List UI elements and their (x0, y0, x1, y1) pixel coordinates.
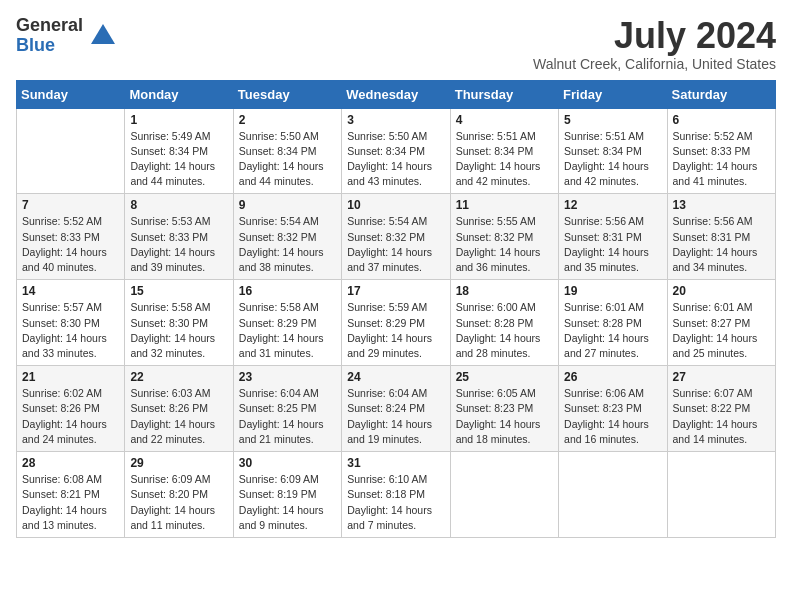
day-number: 31 (347, 456, 444, 470)
day-number: 24 (347, 370, 444, 384)
calendar-cell: 21Sunrise: 6:02 AMSunset: 8:26 PMDayligh… (17, 366, 125, 452)
logo-icon (87, 20, 119, 52)
cell-info: Sunrise: 6:09 AMSunset: 8:20 PMDaylight:… (130, 472, 227, 533)
calendar-cell: 1Sunrise: 5:49 AMSunset: 8:34 PMDaylight… (125, 108, 233, 194)
calendar-cell: 27Sunrise: 6:07 AMSunset: 8:22 PMDayligh… (667, 366, 775, 452)
calendar-cell: 9Sunrise: 5:54 AMSunset: 8:32 PMDaylight… (233, 194, 341, 280)
weekday-header-monday: Monday (125, 80, 233, 108)
calendar-cell: 14Sunrise: 5:57 AMSunset: 8:30 PMDayligh… (17, 280, 125, 366)
cell-info: Sunrise: 5:54 AMSunset: 8:32 PMDaylight:… (347, 214, 444, 275)
day-number: 3 (347, 113, 444, 127)
day-number: 28 (22, 456, 119, 470)
cell-info: Sunrise: 6:10 AMSunset: 8:18 PMDaylight:… (347, 472, 444, 533)
cell-info: Sunrise: 5:51 AMSunset: 8:34 PMDaylight:… (456, 129, 553, 190)
calendar-cell: 30Sunrise: 6:09 AMSunset: 8:19 PMDayligh… (233, 452, 341, 538)
weekday-header-friday: Friday (559, 80, 667, 108)
calendar-cell: 10Sunrise: 5:54 AMSunset: 8:32 PMDayligh… (342, 194, 450, 280)
day-number: 7 (22, 198, 119, 212)
calendar-cell: 18Sunrise: 6:00 AMSunset: 8:28 PMDayligh… (450, 280, 558, 366)
cell-info: Sunrise: 6:01 AMSunset: 8:27 PMDaylight:… (673, 300, 770, 361)
cell-info: Sunrise: 5:58 AMSunset: 8:30 PMDaylight:… (130, 300, 227, 361)
calendar-cell: 17Sunrise: 5:59 AMSunset: 8:29 PMDayligh… (342, 280, 450, 366)
day-number: 16 (239, 284, 336, 298)
calendar-cell: 5Sunrise: 5:51 AMSunset: 8:34 PMDaylight… (559, 108, 667, 194)
calendar-cell: 19Sunrise: 6:01 AMSunset: 8:28 PMDayligh… (559, 280, 667, 366)
day-number: 26 (564, 370, 661, 384)
day-number: 29 (130, 456, 227, 470)
calendar-cell: 8Sunrise: 5:53 AMSunset: 8:33 PMDaylight… (125, 194, 233, 280)
cell-info: Sunrise: 5:49 AMSunset: 8:34 PMDaylight:… (130, 129, 227, 190)
calendar-table: SundayMondayTuesdayWednesdayThursdayFrid… (16, 80, 776, 538)
calendar-cell (667, 452, 775, 538)
day-number: 21 (22, 370, 119, 384)
cell-info: Sunrise: 6:01 AMSunset: 8:28 PMDaylight:… (564, 300, 661, 361)
day-number: 14 (22, 284, 119, 298)
calendar-cell: 6Sunrise: 5:52 AMSunset: 8:33 PMDaylight… (667, 108, 775, 194)
calendar-cell: 3Sunrise: 5:50 AMSunset: 8:34 PMDaylight… (342, 108, 450, 194)
day-number: 4 (456, 113, 553, 127)
day-number: 9 (239, 198, 336, 212)
calendar-cell: 23Sunrise: 6:04 AMSunset: 8:25 PMDayligh… (233, 366, 341, 452)
cell-info: Sunrise: 5:52 AMSunset: 8:33 PMDaylight:… (673, 129, 770, 190)
day-number: 11 (456, 198, 553, 212)
day-number: 19 (564, 284, 661, 298)
weekday-header-tuesday: Tuesday (233, 80, 341, 108)
logo-blue-text: Blue (16, 36, 83, 56)
cell-info: Sunrise: 5:50 AMSunset: 8:34 PMDaylight:… (239, 129, 336, 190)
day-number: 20 (673, 284, 770, 298)
cell-info: Sunrise: 6:08 AMSunset: 8:21 PMDaylight:… (22, 472, 119, 533)
weekday-header-row: SundayMondayTuesdayWednesdayThursdayFrid… (17, 80, 776, 108)
calendar-cell: 24Sunrise: 6:04 AMSunset: 8:24 PMDayligh… (342, 366, 450, 452)
month-title: July 2024 (533, 16, 776, 56)
calendar-cell: 22Sunrise: 6:03 AMSunset: 8:26 PMDayligh… (125, 366, 233, 452)
day-number: 1 (130, 113, 227, 127)
day-number: 23 (239, 370, 336, 384)
day-number: 10 (347, 198, 444, 212)
cell-info: Sunrise: 6:04 AMSunset: 8:24 PMDaylight:… (347, 386, 444, 447)
day-number: 5 (564, 113, 661, 127)
weekday-header-wednesday: Wednesday (342, 80, 450, 108)
cell-info: Sunrise: 6:02 AMSunset: 8:26 PMDaylight:… (22, 386, 119, 447)
calendar-cell: 31Sunrise: 6:10 AMSunset: 8:18 PMDayligh… (342, 452, 450, 538)
calendar-cell: 11Sunrise: 5:55 AMSunset: 8:32 PMDayligh… (450, 194, 558, 280)
cell-info: Sunrise: 6:06 AMSunset: 8:23 PMDaylight:… (564, 386, 661, 447)
cell-info: Sunrise: 5:55 AMSunset: 8:32 PMDaylight:… (456, 214, 553, 275)
calendar-cell: 16Sunrise: 5:58 AMSunset: 8:29 PMDayligh… (233, 280, 341, 366)
cell-info: Sunrise: 5:58 AMSunset: 8:29 PMDaylight:… (239, 300, 336, 361)
day-number: 15 (130, 284, 227, 298)
cell-info: Sunrise: 6:05 AMSunset: 8:23 PMDaylight:… (456, 386, 553, 447)
logo-general-text: General (16, 16, 83, 36)
day-number: 27 (673, 370, 770, 384)
day-number: 22 (130, 370, 227, 384)
day-number: 8 (130, 198, 227, 212)
weekday-header-saturday: Saturday (667, 80, 775, 108)
calendar-cell: 26Sunrise: 6:06 AMSunset: 8:23 PMDayligh… (559, 366, 667, 452)
location-title: Walnut Creek, California, United States (533, 56, 776, 72)
cell-info: Sunrise: 6:00 AMSunset: 8:28 PMDaylight:… (456, 300, 553, 361)
calendar-cell: 15Sunrise: 5:58 AMSunset: 8:30 PMDayligh… (125, 280, 233, 366)
calendar-week-3: 14Sunrise: 5:57 AMSunset: 8:30 PMDayligh… (17, 280, 776, 366)
day-number: 12 (564, 198, 661, 212)
day-number: 30 (239, 456, 336, 470)
day-number: 2 (239, 113, 336, 127)
calendar-cell: 25Sunrise: 6:05 AMSunset: 8:23 PMDayligh… (450, 366, 558, 452)
calendar-cell: 28Sunrise: 6:08 AMSunset: 8:21 PMDayligh… (17, 452, 125, 538)
cell-info: Sunrise: 5:56 AMSunset: 8:31 PMDaylight:… (564, 214, 661, 275)
page-header: General Blue July 2024 Walnut Creek, Cal… (16, 16, 776, 72)
cell-info: Sunrise: 6:09 AMSunset: 8:19 PMDaylight:… (239, 472, 336, 533)
calendar-week-4: 21Sunrise: 6:02 AMSunset: 8:26 PMDayligh… (17, 366, 776, 452)
weekday-header-thursday: Thursday (450, 80, 558, 108)
logo: General Blue (16, 16, 119, 56)
svg-marker-0 (91, 24, 115, 44)
calendar-week-5: 28Sunrise: 6:08 AMSunset: 8:21 PMDayligh… (17, 452, 776, 538)
cell-info: Sunrise: 5:52 AMSunset: 8:33 PMDaylight:… (22, 214, 119, 275)
calendar-week-1: 1Sunrise: 5:49 AMSunset: 8:34 PMDaylight… (17, 108, 776, 194)
title-block: July 2024 Walnut Creek, California, Unit… (533, 16, 776, 72)
day-number: 18 (456, 284, 553, 298)
cell-info: Sunrise: 5:53 AMSunset: 8:33 PMDaylight:… (130, 214, 227, 275)
cell-info: Sunrise: 5:50 AMSunset: 8:34 PMDaylight:… (347, 129, 444, 190)
calendar-cell: 20Sunrise: 6:01 AMSunset: 8:27 PMDayligh… (667, 280, 775, 366)
day-number: 25 (456, 370, 553, 384)
weekday-header-sunday: Sunday (17, 80, 125, 108)
cell-info: Sunrise: 6:07 AMSunset: 8:22 PMDaylight:… (673, 386, 770, 447)
